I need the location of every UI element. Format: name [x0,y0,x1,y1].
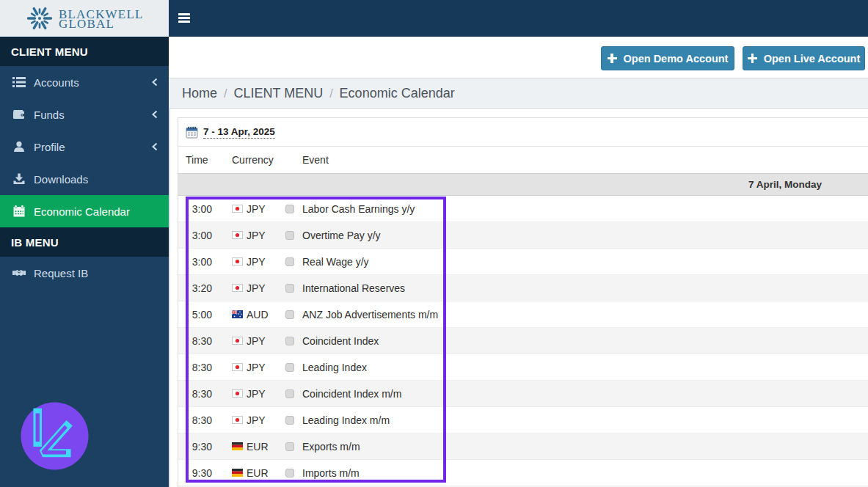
event-time: 3:00 [186,230,212,241]
breadcrumb-separator: / [329,87,332,100]
event-row[interactable]: 9:30EURExports m/m [178,433,868,460]
event-row[interactable]: 3:00JPYOvertime Pay y/y [178,222,868,249]
menu-section-header: IB MENU [0,227,169,257]
flag-jp-icon [232,363,243,371]
sidebar-item-downloads[interactable]: Downloads [0,163,169,195]
event-name: Leading Index [302,362,367,373]
user-icon [12,140,26,153]
chevron-left-icon [151,78,158,87]
top-navbar [169,0,868,37]
sidebar: CLIENT MENUAccountsFundsProfileDownloads… [0,37,169,487]
event-row[interactable]: 5:00AUDANZ Job Advertisements m/m [178,301,868,328]
importance-indicator [285,205,294,213]
event-currency: JPY [247,362,266,373]
breadcrumb-item-client-menu[interactable]: CLIENT MENU [233,86,323,101]
open-demo-account-button[interactable]: Open Demo Account [601,46,734,70]
day-group-header: 7 April, Monday [178,173,868,196]
brand-starburst-icon [27,6,52,31]
event-time: 8:30 [186,362,212,373]
event-row[interactable]: 8:30JPYCoincident Index [178,328,868,354]
event-time: 3:00 [186,203,212,215]
event-time: 5:00 [186,309,212,321]
event-time: 3:00 [186,256,212,268]
sidebar-item-economic-calendar[interactable]: Economic Calendar [0,195,169,227]
event-name: Labor Cash Earnings y/y [302,203,415,215]
brand-name: BLACKWELL GLOBAL [59,8,144,29]
content-header: Open Demo Account Open Live Account [169,37,868,78]
flag-jp-icon [232,416,243,424]
event-currency: JPY [247,335,266,347]
event-row[interactable]: 8:30JPYLeading Index m/m [178,407,868,433]
event-row[interactable]: 3:00JPYReal Wage y/y [178,249,868,275]
open-live-account-label: Open Live Account [764,53,861,65]
breadcrumb-item-home[interactable]: Home [182,86,217,101]
event-time: 8:30 [186,335,212,347]
plus-icon [748,54,757,63]
chevron-left-icon [151,142,158,151]
event-name: Coincident Index m/m [302,388,401,400]
download-icon [12,172,26,186]
importance-indicator [285,231,294,240]
date-range-picker[interactable]: 7 - 13 Apr, 2025 [203,126,275,139]
event-currency: JPY [247,388,266,400]
column-header-time: Time [186,154,212,166]
brand-logo[interactable]: BLACKWELL GLOBAL [0,0,169,37]
sidebar-item-request-ib[interactable]: Request IB [0,257,169,289]
event-row[interactable]: 9:30EURImports m/m [178,460,868,486]
importance-indicator [285,389,294,398]
event-row[interactable]: 8:30JPYCoincident Index m/m [178,381,868,407]
importance-indicator [285,337,294,345]
sidebar-item-label: Profile [34,141,65,153]
importance-indicator [285,363,294,372]
event-currency: JPY [247,203,266,215]
open-demo-account-label: Open Demo Account [624,53,729,65]
event-row[interactable]: 3:00JPYLabor Cash Earnings y/y [178,196,868,222]
table-header-row: Time Currency Event [178,147,868,173]
column-header-event: Event [285,154,329,166]
event-name: International Reserves [302,282,405,294]
importance-indicator [285,442,294,451]
event-name: ANZ Job Advertisements m/m [302,309,438,321]
sidebar-item-profile[interactable]: Profile [0,131,169,163]
event-name: Real Wage y/y [302,256,369,268]
event-currency: JPY [247,230,266,241]
event-name: Exports m/m [302,441,360,453]
event-name: Coincident Index [302,335,379,347]
event-row[interactable]: 8:30JPYLeading Index [178,354,868,381]
flag-jp-icon [232,337,243,345]
event-time: 9:30 [186,441,212,453]
sidebar-item-label: Economic Calendar [34,205,130,218]
handshake-icon [12,266,26,279]
event-currency: JPY [247,414,266,426]
event-name: Leading Index m/m [302,414,390,426]
flag-de-icon [232,442,243,450]
open-live-account-button[interactable]: Open Live Account [743,46,865,70]
flag-jp-icon [232,389,243,398]
event-name: Imports m/m [302,467,360,479]
plus-icon [608,54,617,63]
economic-calendar-widget: 7 - 13 Apr, 2025 Time Currency Event 7 A… [178,117,868,487]
sidebar-item-label: Request IB [34,267,88,279]
breadcrumb-item-economic-calendar: Economic Calendar [340,86,455,101]
calendar-panel: 7 - 13 Apr, 2025 Time Currency Event 7 A… [169,108,868,487]
column-header-currency: Currency [232,154,285,166]
sidebar-item-accounts[interactable]: Accounts [0,66,169,98]
sidebar-item-funds[interactable]: Funds [0,98,169,131]
breadcrumb: Home/CLIENT MENU/Economic Calendar [169,78,868,109]
sidebar-item-label: Accounts [34,76,79,89]
event-time: 3:20 [186,282,212,294]
importance-indicator [285,416,294,425]
date-range-row: 7 - 13 Apr, 2025 [178,118,868,147]
event-currency: EUR [247,441,269,453]
sidebar-item-label: Downloads [34,173,88,186]
event-rows: 3:00JPYLabor Cash Earnings y/y3:00JPYOve… [178,196,868,487]
event-row[interactable]: 3:20JPYInternational Reserves [178,275,868,301]
flag-au-icon [232,310,243,318]
event-currency: JPY [247,282,266,294]
calendar-icon [12,205,26,218]
list-icon [12,76,26,89]
flag-de-icon [232,469,243,477]
importance-indicator [285,310,294,319]
importance-indicator [285,469,294,477]
hamburger-menu-icon[interactable] [178,13,190,23]
